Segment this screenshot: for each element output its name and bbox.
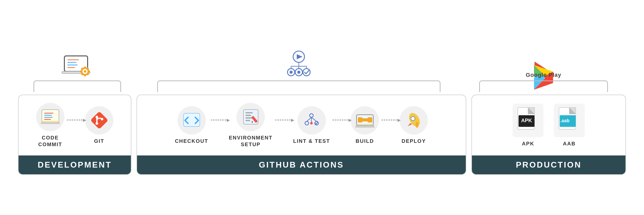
apk-label: APK [522, 140, 534, 147]
svg-line-67 [311, 117, 317, 121]
svg-point-51 [96, 122, 98, 125]
svg-rect-10 [84, 67, 86, 69]
svg-text:APK: APK [521, 118, 532, 123]
svg-rect-56 [245, 112, 253, 113]
production-label: PRODUCTION [516, 160, 581, 169]
checkout-icon [183, 113, 200, 128]
git-icon-circle [85, 106, 113, 135]
bracket-github-actions [157, 80, 440, 92]
bracket-development [33, 80, 121, 92]
svg-point-63 [305, 121, 309, 125]
svg-rect-48 [91, 112, 108, 129]
step-env-setup: ENVIRONMENTSETUP [229, 103, 273, 148]
svg-point-26 [290, 71, 293, 74]
laptop-gear-icon [61, 49, 94, 80]
top-icon-github-actions [144, 49, 453, 92]
arrow-dev-1 [67, 120, 82, 120]
build-label: BUILD [356, 138, 374, 144]
svg-rect-45 [41, 122, 60, 124]
code-commit-icon-circle [36, 103, 64, 131]
diagram-container: Google Play [13, 40, 631, 175]
svg-point-29 [303, 69, 310, 76]
arrow-gh-1 [211, 120, 226, 120]
svg-point-65 [310, 122, 313, 125]
step-lint-test: LINT & TEST [293, 106, 330, 144]
git-label: GIT [94, 138, 104, 144]
step-checkout: CHECKOUT [175, 106, 208, 144]
svg-point-77 [416, 122, 419, 128]
aab-label: AAB [563, 140, 575, 147]
bracket-production [479, 80, 608, 92]
step-apk: APK APK [513, 104, 544, 147]
step-code-commit: CODECOMMIT [36, 103, 64, 148]
svg-rect-46 [42, 121, 59, 122]
checkout-label: CHECKOUT [175, 138, 208, 144]
env-setup-label: ENVIRONMENTSETUP [229, 134, 273, 148]
deploy-label: DEPLOY [402, 138, 426, 144]
svg-rect-16 [80, 70, 82, 72]
development-content: CODECOMMIT [19, 95, 131, 155]
step-build: BUILD [351, 106, 379, 144]
env-setup-icon-circle [236, 103, 265, 131]
google-play-label: Google Play [526, 72, 561, 78]
svg-point-50 [96, 116, 98, 118]
apk-icon-circle: APK [513, 104, 544, 137]
github-actions-label: GITHUB ACTIONS [259, 160, 344, 169]
svg-rect-73 [355, 126, 375, 128]
svg-rect-57 [245, 115, 251, 116]
step-aab: .aab AAB [554, 104, 585, 147]
env-setup-icon [242, 109, 259, 125]
lint-test-label: LINT & TEST [293, 138, 330, 144]
lint-test-icon [303, 112, 320, 129]
github-content: CHECKOUT [137, 95, 466, 155]
aab-icon-circle: .aab [554, 104, 585, 137]
sections-row: CODECOMMIT [13, 95, 631, 175]
deploy-icon-circle [400, 106, 428, 135]
top-icon-development [28, 49, 126, 92]
section-production: APK APK [471, 95, 626, 175]
svg-marker-78 [408, 123, 412, 126]
development-label: DEVELOPMENT [38, 160, 112, 169]
svg-line-66 [307, 117, 311, 121]
github-actions-footer: GITHUB ACTIONS [137, 155, 466, 174]
code-commit-icon [41, 109, 60, 125]
arrow-gh-3 [333, 120, 348, 120]
top-icon-production: Google Play [471, 60, 616, 92]
svg-rect-74 [357, 124, 373, 125]
git-icon [91, 112, 108, 129]
development-footer: DEVELOPMENT [19, 155, 131, 174]
svg-rect-71 [358, 117, 362, 122]
section-development: CODECOMMIT [18, 95, 131, 175]
build-icon-circle [351, 106, 379, 135]
svg-rect-59 [245, 120, 250, 121]
svg-rect-58 [245, 117, 252, 119]
svg-point-28 [297, 71, 300, 74]
svg-text:.aab: .aab [560, 118, 570, 123]
arrow-gh-2 [275, 120, 291, 120]
deploy-icon [405, 111, 423, 129]
apk-icon: APK [516, 106, 540, 135]
section-github-actions: CHECKOUT [137, 95, 466, 175]
production-footer: PRODUCTION [472, 155, 625, 174]
svg-point-62 [310, 114, 313, 117]
svg-point-76 [411, 117, 415, 121]
top-icons-row: Google Play [13, 40, 631, 92]
aab-icon: .aab [558, 106, 581, 135]
github-actions-icon [281, 49, 317, 80]
step-git: GIT [85, 106, 113, 144]
build-icon [355, 113, 375, 128]
svg-rect-40 [42, 110, 59, 122]
svg-rect-72 [368, 117, 372, 122]
svg-marker-19 [297, 54, 302, 59]
arrow-gh-4 [382, 120, 397, 120]
code-commit-label: CODECOMMIT [38, 134, 62, 148]
production-content: APK APK [472, 95, 625, 155]
svg-rect-14 [84, 74, 86, 76]
svg-point-9 [84, 70, 86, 73]
checkout-icon-circle [177, 106, 206, 135]
lint-test-icon-circle [298, 106, 326, 135]
step-deploy: DEPLOY [400, 106, 428, 144]
svg-rect-12 [88, 70, 90, 72]
